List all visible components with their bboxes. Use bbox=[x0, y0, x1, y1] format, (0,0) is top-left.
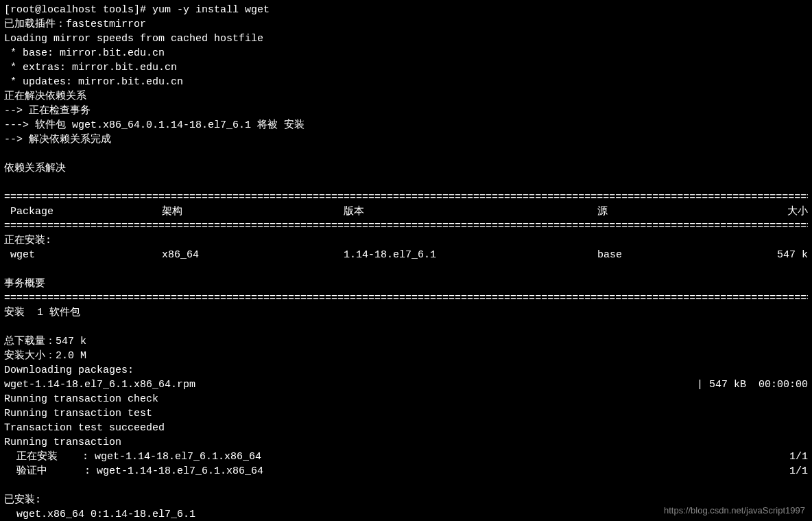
running-transaction: Running transaction bbox=[4, 435, 808, 450]
header-arch: 架构 bbox=[162, 205, 344, 219]
rpm-file: wget-1.14-18.el7_6.1.x86_64.rpm bbox=[4, 378, 195, 392]
mirror-base: * base: mirror.bit.edu.cn bbox=[4, 46, 808, 60]
shell-prompt: [root@localhost tools]# bbox=[4, 4, 152, 16]
pkg-suffix: 将被 安装 bbox=[251, 119, 304, 131]
plugins-value: fastestmirror bbox=[66, 19, 146, 30]
installing-label: 正在安装: bbox=[4, 233, 808, 248]
pkg-prefix: ---> 软件包 bbox=[4, 119, 72, 131]
install-count: 安装 1 软件包 bbox=[4, 305, 808, 320]
install-step-label: 正在安装 : wget-1.14-18.el7_6.1.x86_64 bbox=[4, 450, 261, 464]
table-divider: ========================================… bbox=[4, 219, 808, 233]
blank-line bbox=[4, 147, 808, 161]
resolving-deps: 正在解决依赖关系 bbox=[4, 89, 808, 104]
terminal-prompt-line: [root@localhost tools]# yum -y install w… bbox=[4, 3, 808, 17]
checking-transaction: --> 正在检查事务 bbox=[4, 104, 808, 118]
header-repo: 源 bbox=[597, 205, 755, 219]
typed-command: yum -y install wget bbox=[152, 4, 270, 16]
download-line: wget-1.14-18.el7_6.1.x86_64.rpm | 547 kB… bbox=[4, 378, 808, 392]
test-succeeded: Transaction test succeeded bbox=[4, 421, 808, 435]
blank-line bbox=[4, 176, 808, 190]
cell-arch: x86_64 bbox=[162, 248, 344, 262]
transaction-summary: 事务概要 bbox=[4, 277, 808, 291]
cell-package: wget bbox=[4, 248, 162, 262]
header-size: 大小 bbox=[755, 205, 808, 219]
total-download: 总下载量：547 k bbox=[4, 334, 808, 349]
mirror-extras: * extras: mirror.bit.edu.cn bbox=[4, 60, 808, 75]
verify-step-count: 1/1 bbox=[789, 464, 808, 478]
header-version: 版本 bbox=[344, 205, 597, 219]
blank-line bbox=[4, 320, 808, 334]
blank-line bbox=[4, 262, 808, 277]
install-step: 正在安装 : wget-1.14-18.el7_6.1.x86_64 1/1 bbox=[4, 450, 808, 464]
blank-line bbox=[4, 478, 808, 493]
table-header: Package 架构 版本 源 大小 bbox=[4, 205, 808, 219]
verify-step-label: 验证中 : wget-1.14-18.el7_6.1.x86_64 bbox=[4, 464, 263, 478]
table-divider: ========================================… bbox=[4, 190, 808, 205]
table-row: wget x86_64 1.14-18.el7_6.1 base 547 k bbox=[4, 248, 808, 262]
cell-repo: base bbox=[597, 248, 755, 262]
install-step-count: 1/1 bbox=[789, 450, 808, 464]
mirror-updates: * updates: mirror.bit.edu.cn bbox=[4, 75, 808, 89]
header-package: Package bbox=[4, 205, 162, 219]
output-line: Loading mirror speeds from cached hostfi… bbox=[4, 32, 808, 46]
cell-size: 547 k bbox=[755, 248, 808, 262]
downloading-packages: Downloading packages: bbox=[4, 363, 808, 378]
package-line: ---> 软件包 wget.x86_64.0.1.14-18.el7_6.1 将… bbox=[4, 118, 808, 132]
finished-deps: --> 解决依赖关系完成 bbox=[4, 132, 808, 147]
rpm-stats: | 547 kB 00:00:00 bbox=[697, 378, 808, 392]
running-check: Running transaction check bbox=[4, 392, 808, 406]
plugins-label: 已加载插件： bbox=[4, 19, 66, 30]
running-test: Running transaction test bbox=[4, 406, 808, 421]
cell-version: 1.14-18.el7_6.1 bbox=[344, 248, 597, 262]
pkg-name: wget.x86_64.0.1.14-18.el7_6.1 bbox=[72, 119, 251, 131]
installed-size: 安装大小：2.0 M bbox=[4, 349, 808, 363]
verify-step: 验证中 : wget-1.14-18.el7_6.1.x86_64 1/1 bbox=[4, 464, 808, 478]
watermark: https://blog.csdn.net/javaScript1997 bbox=[664, 505, 805, 517]
deps-resolved: 依赖关系解决 bbox=[4, 161, 808, 176]
table-divider: ========================================… bbox=[4, 291, 808, 305]
output-line: 已加载插件：fastestmirror bbox=[4, 17, 808, 32]
